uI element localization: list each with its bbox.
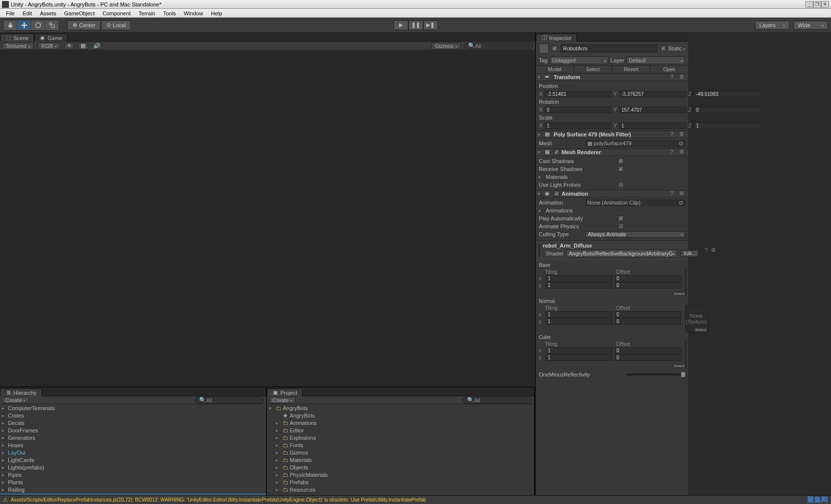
expand-arrow-icon[interactable] [2,406,7,411]
normal-offset-x[interactable] [614,311,681,318]
project-item[interactable]: 🗀PhysicMaterials [267,471,534,478]
project-tree[interactable]: 🗀AngryBots◈AngryBots🗀Animations🗀Editor🗀E… [267,404,534,495]
menu-file[interactable]: File [2,10,19,16]
shader-dropdown[interactable]: AngryBots/ReflectiveBackgroundArbitraryG [566,250,677,257]
prefab-open-button[interactable]: Open [651,66,688,73]
light-probes-checkbox[interactable] [618,182,624,188]
collapse-arrow-icon[interactable] [538,150,543,155]
hierarchy-item[interactable]: Plants [0,478,266,486]
menu-terrain[interactable]: Terrain [134,10,159,16]
expand-arrow-icon[interactable] [276,428,281,433]
cube-tiling-y[interactable] [546,354,612,361]
play-button[interactable]: ▶ [394,20,408,30]
normal-tiling-x[interactable] [546,311,612,318]
gear-icon[interactable]: ⚙ [679,190,686,197]
base-tiling-y[interactable] [546,282,612,289]
scene-light-toggle[interactable]: ☀ [64,42,74,49]
play-auto-checkbox[interactable] [618,215,624,221]
hierarchy-item[interactable]: Pipes [0,471,266,478]
tab-scene[interactable]: ⬚Scene [0,34,34,42]
project-item[interactable]: 🗀Resources [267,486,534,493]
shader-edit-button[interactable]: Edit... [680,250,699,257]
expand-arrow-icon[interactable] [276,450,281,455]
normal-offset-y[interactable] [614,318,681,325]
expand-arrow-icon[interactable] [276,495,281,496]
hierarchy-item[interactable]: LayOut [0,449,266,456]
texture-select-button[interactable]: Select [673,364,686,368]
help-icon[interactable]: ? [670,190,677,197]
restore-button[interactable]: ❐ [813,1,821,8]
rotation-z-field[interactable] [694,107,761,113]
scale-x-field[interactable] [545,123,612,129]
animate-physics-checkbox[interactable] [618,223,624,229]
hierarchy-tree[interactable]: ComputerTerminalsCratesDecalsDoorFramesG… [0,404,266,495]
expand-arrow-icon[interactable] [2,465,7,470]
help-icon[interactable]: ? [670,131,677,138]
gizmos-dropdown[interactable]: Gizmos [432,42,461,49]
project-item[interactable]: 🗀Scenes [267,493,534,495]
gear-icon[interactable]: ⚙ [679,131,686,138]
scale-tool[interactable] [45,20,59,30]
minimize-button[interactable]: _ [805,1,813,8]
static-toggle[interactable]: Static [660,45,685,51]
project-item[interactable]: 🗀AngryBots [267,404,534,412]
hierarchy-item[interactable]: ComputerTerminals [0,404,266,412]
collapse-arrow-icon[interactable] [538,132,543,137]
expand-arrow-icon[interactable] [276,480,281,485]
cast-shadows-checkbox[interactable] [618,158,624,164]
hierarchy-item[interactable]: Railing [0,486,266,493]
position-x-field[interactable] [545,91,612,97]
menu-gameobject[interactable]: GameObject [60,10,99,16]
prefab-select-button[interactable]: Select [574,66,612,73]
normal-tiling-y[interactable] [546,318,612,325]
expand-arrow-icon[interactable] [2,450,7,455]
statusbar[interactable]: ⚠ Assets/Scripts/Editor/ReplacePrefabIns… [0,495,831,504]
pivot-local-toggle[interactable]: ⊙Local [101,20,131,30]
menu-help[interactable]: Help [207,10,226,16]
project-search[interactable]: 🔍All [463,397,532,404]
scene-search[interactable]: 🔍All [464,42,533,49]
cube-texture-preview[interactable]: Select [685,341,686,369]
expand-arrow-icon[interactable] [276,443,281,448]
normal-texture-preview[interactable]: None (Texture)Select [685,305,707,333]
expand-arrow-icon[interactable] [2,435,7,440]
mesh-renderer-enabled-checkbox[interactable] [554,149,560,155]
base-offset-y[interactable] [614,282,681,289]
hierarchy-item[interactable]: Generators [0,434,266,441]
menu-window[interactable]: Window [180,10,207,16]
expand-arrow-icon[interactable] [276,465,281,470]
tag-dropdown[interactable]: Untagged [550,56,609,64]
expand-arrow-icon[interactable] [276,435,281,440]
hierarchy-item[interactable]: Crates [0,412,266,419]
expand-arrow-icon[interactable] [269,406,274,411]
expand-arrow-icon[interactable] [276,472,281,477]
hierarchy-item[interactable]: Hoses [0,441,266,449]
position-y-field[interactable] [619,91,686,97]
cube-offset-x[interactable] [614,347,681,354]
shading-mode-dropdown[interactable]: Textured [2,42,34,49]
material-preview-icon[interactable] [539,244,540,257]
collapse-arrow-icon[interactable] [538,191,543,196]
project-item[interactable]: ◈AngryBots [267,412,534,419]
object-name-field[interactable]: RobotArm [561,44,657,52]
texture-select-button[interactable]: Select [694,328,707,332]
expand-arrow-icon[interactable] [2,480,7,485]
gear-icon[interactable]: ⚙ [679,74,686,81]
expand-arrow-icon[interactable] [2,472,7,477]
hierarchy-item[interactable]: Decals [0,419,266,426]
animation-clip-field[interactable]: None (Animation Clip)⊙ [585,200,685,206]
hierarchy-create-dropdown[interactable]: Create [2,397,29,403]
scene-audio-toggle[interactable]: 🔊 [92,42,102,49]
base-texture-preview[interactable]: Select [685,269,686,296]
project-item[interactable]: 🗀Objects [267,463,534,471]
cube-tiling-x[interactable] [546,347,612,354]
base-offset-x[interactable] [614,275,681,282]
expand-arrow-icon[interactable] [2,420,7,425]
menu-assets[interactable]: Assets [36,10,60,16]
rotation-x-field[interactable] [545,107,612,113]
position-z-field[interactable] [694,91,761,97]
rotate-tool[interactable] [31,20,45,30]
base-tiling-x[interactable] [546,275,612,282]
expand-arrow-icon[interactable] [276,420,281,425]
help-icon[interactable]: ? [670,74,677,81]
